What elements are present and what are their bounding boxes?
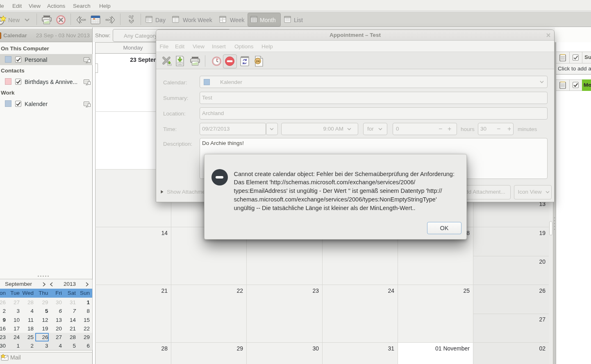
svg-text:24: 24 [256, 59, 260, 63]
